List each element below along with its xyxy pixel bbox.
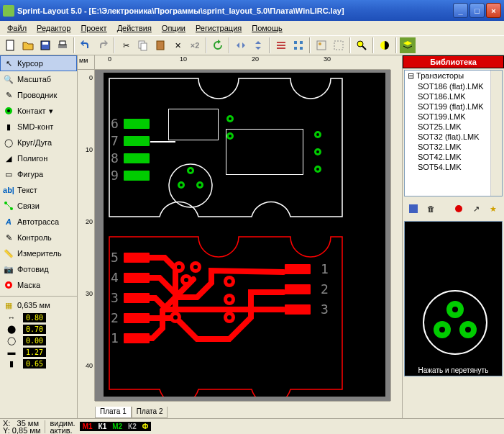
tree-item[interactable]: SOT186 (flat).LMK	[405, 81, 502, 91]
grid-section: ▦0,635 мм ↔0.80 ⬤0.70 ◯0.00 ▬1.27 ▮0.65	[0, 296, 77, 373]
arc-icon: ◯	[3, 137, 14, 148]
tool-shape[interactable]: ▭Фигура	[0, 166, 77, 182]
layer-m1[interactable]: M1	[80, 422, 96, 431]
bookmark-icon[interactable]: ★	[485, 201, 501, 217]
layer-k1[interactable]: К1	[96, 422, 110, 431]
tree-item[interactable]: SOT199.LMK	[405, 112, 502, 122]
tool-mask[interactable]: Маска	[0, 277, 77, 293]
tool-contact[interactable]: Контакт ▾	[0, 103, 77, 119]
pad-outer-icon: ⬤	[3, 324, 20, 334]
close-button[interactable]: ×	[486, 3, 501, 18]
menu-action[interactable]: Действия	[113, 22, 156, 34]
menu-project[interactable]: Проект	[76, 22, 111, 34]
track-width[interactable]: 0.80	[23, 313, 46, 322]
wire-icon: ✎	[3, 89, 14, 101]
tree-item[interactable]: SOT32 (flat).LMK	[405, 132, 502, 142]
ungroup-icon[interactable]	[331, 37, 347, 53]
canvas[interactable]: 6 7 8 9	[95, 70, 390, 401]
save-lib-icon[interactable]	[406, 201, 421, 217]
svg-rect-2	[42, 42, 48, 45]
ruler-unit: мм	[78, 55, 95, 70]
menu-bar: Файл Редактор Проект Действия Опции Реги…	[0, 21, 504, 35]
svg-rect-15	[317, 41, 326, 50]
svg-rect-6	[141, 43, 147, 50]
record-icon[interactable]	[451, 201, 467, 217]
tool-autoroute[interactable]: AАвтотрасса	[0, 214, 77, 230]
layer-labels: видим. актив.	[50, 420, 75, 434]
menu-options[interactable]: Опции	[157, 22, 190, 34]
delete-icon[interactable]: ✕	[170, 37, 185, 53]
pcb-board: 6 7 8 9	[104, 73, 385, 397]
undo-icon[interactable]	[78, 37, 93, 53]
menu-file[interactable]: Файл	[3, 22, 31, 34]
menu-edit[interactable]: Редактор	[32, 22, 75, 34]
cut-icon[interactable]: ✂	[118, 37, 134, 53]
tool-cursor[interactable]: ↖Курсор	[0, 55, 77, 71]
svg-point-60	[455, 205, 462, 212]
menu-help[interactable]: Помощь	[247, 22, 287, 34]
tree-item[interactable]: SOT25.LMK	[405, 122, 502, 132]
tool-arc[interactable]: ◯Круг/Дуга	[0, 135, 77, 150]
open-icon[interactable]	[20, 37, 36, 53]
layer-k2[interactable]: К2	[125, 422, 139, 431]
svg-rect-14	[300, 47, 303, 50]
print-icon[interactable]	[55, 37, 70, 53]
tree-root[interactable]: Транзисторы	[405, 71, 502, 81]
scrollbar-vertical[interactable]	[390, 70, 402, 401]
layers-icon[interactable]	[400, 37, 416, 53]
align-icon[interactable]	[273, 37, 289, 53]
pad-outer[interactable]: 0.70	[23, 325, 46, 334]
menu-register[interactable]: Регистрация	[191, 22, 246, 34]
tree-item[interactable]: SOT32.LMK	[405, 142, 502, 152]
tool-wire[interactable]: ✎Проводник	[0, 87, 77, 103]
smd-w-icon: ▬	[3, 347, 20, 357]
tool-polygon[interactable]: ◢Полигон	[0, 150, 77, 166]
tree-item[interactable]: SOT54.LMK	[405, 162, 502, 172]
tree-item[interactable]: SOT186.LMK	[405, 91, 502, 101]
flip-h-icon[interactable]	[233, 37, 249, 53]
smd-w[interactable]: 1.27	[23, 348, 46, 357]
library-title: Библиотека	[403, 55, 504, 68]
contrast-icon[interactable]	[377, 37, 393, 53]
svg-rect-11	[294, 41, 297, 44]
save-icon[interactable]	[37, 37, 53, 53]
copy-icon[interactable]	[135, 37, 151, 53]
tool-conn[interactable]: Связи	[0, 198, 77, 214]
pad-inner[interactable]: 0.00	[23, 336, 46, 345]
tab-board-1[interactable]: Плата 1	[95, 407, 132, 418]
tree-item[interactable]: SOT42.LMK	[405, 152, 502, 162]
delete-lib-icon[interactable]: 🗑	[423, 201, 439, 217]
layer-f[interactable]: Ф	[139, 422, 152, 431]
svg-point-56	[227, 315, 232, 320]
layer-m2[interactable]: M2	[109, 422, 125, 431]
svg-point-63	[452, 307, 458, 312]
maximize-button[interactable]: □	[469, 3, 485, 18]
tool-check[interactable]: ✎Контроль	[0, 230, 77, 245]
tool-text[interactable]: ab|Текст	[0, 182, 77, 198]
library-tree[interactable]: Транзисторы SOT186 (flat).LMK SOT186.LMK…	[404, 70, 503, 196]
tool-zoom[interactable]: 🔍Масштаб	[0, 71, 77, 87]
zoom-icon[interactable]	[354, 37, 370, 53]
paste-icon[interactable]	[152, 37, 168, 53]
tool-measure[interactable]: 📏Измеритель	[0, 245, 77, 261]
tab-board-2[interactable]: Плата 2	[132, 407, 168, 418]
grid-value: 0,635 мм	[17, 301, 50, 309]
smd-h[interactable]: 0.65	[23, 359, 46, 369]
tool-smd[interactable]: ▮SMD-конт	[0, 119, 77, 135]
redo-icon[interactable]	[95, 37, 111, 53]
duplicate-icon[interactable]: ×2	[187, 37, 203, 53]
group-icon[interactable]	[313, 37, 329, 53]
check-icon: ✎	[3, 232, 14, 243]
tree-item[interactable]: SOT199 (flat).LMK	[405, 101, 502, 112]
tree-scrollbar[interactable]	[490, 71, 502, 196]
new-icon[interactable]	[3, 37, 19, 53]
flip-v-icon[interactable]	[250, 37, 266, 53]
component-preview[interactable]: Нажать и перетянуть	[404, 221, 503, 376]
tool-photo[interactable]: 📷Фотовид	[0, 261, 77, 277]
contact-icon	[3, 105, 14, 117]
export-icon[interactable]: ↗	[468, 201, 484, 217]
svg-rect-0	[6, 40, 14, 50]
rotate-icon[interactable]	[210, 37, 226, 53]
minimize-button[interactable]: _	[453, 3, 468, 18]
grid-snap-icon[interactable]	[290, 37, 306, 53]
